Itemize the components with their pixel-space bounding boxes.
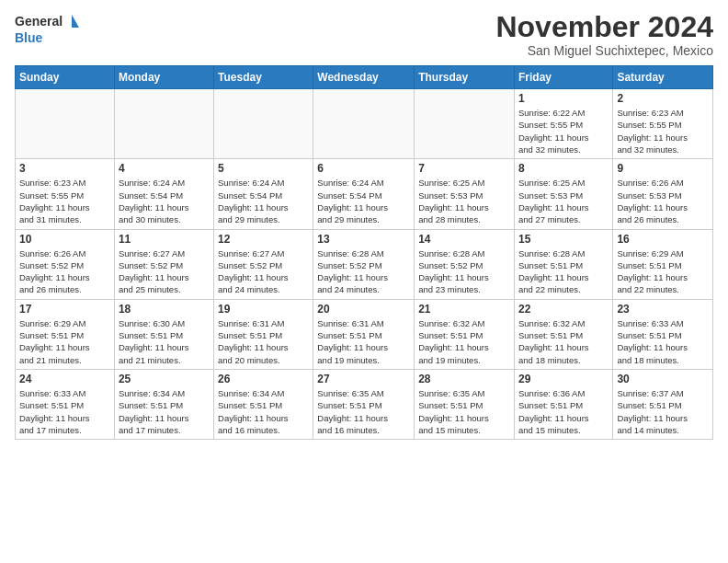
calendar-cell: 13Sunrise: 6:28 AM Sunset: 5:52 PM Dayli… xyxy=(313,229,415,299)
calendar-cell: 7Sunrise: 6:25 AM Sunset: 5:53 PM Daylig… xyxy=(415,159,515,229)
location: San Miguel Suchixtepec, Mexico xyxy=(495,43,713,58)
day-number: 21 xyxy=(418,303,510,316)
calendar-cell: 8Sunrise: 6:25 AM Sunset: 5:53 PM Daylig… xyxy=(514,159,612,229)
calendar-cell: 3Sunrise: 6:23 AM Sunset: 5:55 PM Daylig… xyxy=(16,159,115,229)
calendar-cell: 4Sunrise: 6:24 AM Sunset: 5:54 PM Daylig… xyxy=(114,159,213,229)
day-number: 28 xyxy=(418,373,510,385)
day-info: Sunrise: 6:23 AM Sunset: 5:55 PM Dayligh… xyxy=(617,107,709,155)
calendar-cell: 19Sunrise: 6:31 AM Sunset: 5:51 PM Dayli… xyxy=(214,299,313,369)
week-row-3: 17Sunrise: 6:29 AM Sunset: 5:51 PM Dayli… xyxy=(16,299,713,369)
calendar-cell: 26Sunrise: 6:34 AM Sunset: 5:51 PM Dayli… xyxy=(214,369,313,439)
calendar-cell: 23Sunrise: 6:33 AM Sunset: 5:51 PM Dayli… xyxy=(613,299,713,369)
day-info: Sunrise: 6:29 AM Sunset: 5:51 PM Dayligh… xyxy=(617,247,709,296)
calendar-cell: 18Sunrise: 6:30 AM Sunset: 5:51 PM Dayli… xyxy=(114,299,213,369)
day-info: Sunrise: 6:22 AM Sunset: 5:55 PM Dayligh… xyxy=(518,107,609,155)
calendar-cell: 20Sunrise: 6:31 AM Sunset: 5:51 PM Dayli… xyxy=(313,299,415,369)
calendar-cell: 15Sunrise: 6:28 AM Sunset: 5:51 PM Dayli… xyxy=(514,229,612,299)
day-number: 2 xyxy=(617,92,709,105)
calendar-cell xyxy=(214,89,313,159)
svg-marker-2 xyxy=(72,15,79,28)
day-number: 5 xyxy=(218,162,309,175)
day-info: Sunrise: 6:23 AM Sunset: 5:55 PM Dayligh… xyxy=(19,177,110,225)
day-number: 13 xyxy=(317,233,410,246)
day-number: 20 xyxy=(317,303,410,316)
svg-text:General: General xyxy=(15,14,63,29)
day-number: 14 xyxy=(418,233,510,246)
day-info: Sunrise: 6:32 AM Sunset: 5:51 PM Dayligh… xyxy=(518,317,609,366)
weekday-header-friday: Friday xyxy=(514,66,612,89)
day-info: Sunrise: 6:25 AM Sunset: 5:53 PM Dayligh… xyxy=(418,177,510,225)
day-number: 17 xyxy=(19,303,110,316)
day-info: Sunrise: 6:28 AM Sunset: 5:51 PM Dayligh… xyxy=(518,247,609,296)
day-info: Sunrise: 6:28 AM Sunset: 5:52 PM Dayligh… xyxy=(418,247,510,296)
day-info: Sunrise: 6:36 AM Sunset: 5:51 PM Dayligh… xyxy=(518,387,609,436)
day-info: Sunrise: 6:31 AM Sunset: 5:51 PM Dayligh… xyxy=(218,317,309,366)
calendar: SundayMondayTuesdayWednesdayThursdayFrid… xyxy=(15,65,713,440)
day-number: 15 xyxy=(518,233,609,246)
weekday-header-sunday: Sunday xyxy=(16,66,115,89)
day-info: Sunrise: 6:24 AM Sunset: 5:54 PM Dayligh… xyxy=(119,177,210,225)
calendar-cell: 30Sunrise: 6:37 AM Sunset: 5:51 PM Dayli… xyxy=(613,369,713,439)
day-number: 19 xyxy=(218,303,309,316)
week-row-0: 1Sunrise: 6:22 AM Sunset: 5:55 PM Daylig… xyxy=(16,89,713,159)
day-number: 1 xyxy=(518,92,609,105)
calendar-cell: 21Sunrise: 6:32 AM Sunset: 5:51 PM Dayli… xyxy=(415,299,515,369)
day-info: Sunrise: 6:26 AM Sunset: 5:53 PM Dayligh… xyxy=(617,177,709,225)
day-info: Sunrise: 6:32 AM Sunset: 5:51 PM Dayligh… xyxy=(418,317,510,366)
calendar-cell: 10Sunrise: 6:26 AM Sunset: 5:52 PM Dayli… xyxy=(16,229,115,299)
day-number: 8 xyxy=(518,162,609,175)
day-info: Sunrise: 6:24 AM Sunset: 5:54 PM Dayligh… xyxy=(317,177,410,225)
day-info: Sunrise: 6:30 AM Sunset: 5:51 PM Dayligh… xyxy=(119,317,210,366)
day-info: Sunrise: 6:37 AM Sunset: 5:51 PM Dayligh… xyxy=(617,387,709,436)
day-number: 10 xyxy=(19,233,110,246)
day-info: Sunrise: 6:35 AM Sunset: 5:51 PM Dayligh… xyxy=(317,387,410,436)
calendar-cell: 29Sunrise: 6:36 AM Sunset: 5:51 PM Dayli… xyxy=(514,369,612,439)
calendar-cell: 9Sunrise: 6:26 AM Sunset: 5:53 PM Daylig… xyxy=(613,159,713,229)
calendar-cell: 27Sunrise: 6:35 AM Sunset: 5:51 PM Dayli… xyxy=(313,369,415,439)
weekday-header-thursday: Thursday xyxy=(415,66,515,89)
day-info: Sunrise: 6:34 AM Sunset: 5:51 PM Dayligh… xyxy=(218,387,309,436)
week-row-4: 24Sunrise: 6:33 AM Sunset: 5:51 PM Dayli… xyxy=(16,369,713,439)
day-number: 12 xyxy=(218,233,309,246)
weekday-header-monday: Monday xyxy=(114,66,213,89)
calendar-cell: 11Sunrise: 6:27 AM Sunset: 5:52 PM Dayli… xyxy=(114,229,213,299)
day-info: Sunrise: 6:27 AM Sunset: 5:52 PM Dayligh… xyxy=(218,247,309,296)
day-number: 9 xyxy=(617,162,709,175)
day-number: 30 xyxy=(617,373,709,385)
calendar-cell: 6Sunrise: 6:24 AM Sunset: 5:54 PM Daylig… xyxy=(313,159,415,229)
day-number: 27 xyxy=(317,373,410,385)
calendar-cell: 5Sunrise: 6:24 AM Sunset: 5:54 PM Daylig… xyxy=(214,159,313,229)
calendar-cell: 2Sunrise: 6:23 AM Sunset: 5:55 PM Daylig… xyxy=(613,89,713,159)
day-info: Sunrise: 6:33 AM Sunset: 5:51 PM Dayligh… xyxy=(19,387,110,436)
day-info: Sunrise: 6:25 AM Sunset: 5:53 PM Dayligh… xyxy=(518,177,609,225)
month-title: November 2024 xyxy=(495,11,713,43)
calendar-cell: 14Sunrise: 6:28 AM Sunset: 5:52 PM Dayli… xyxy=(415,229,515,299)
calendar-cell: 12Sunrise: 6:27 AM Sunset: 5:52 PM Dayli… xyxy=(214,229,313,299)
day-number: 16 xyxy=(617,233,709,246)
calendar-cell: 28Sunrise: 6:35 AM Sunset: 5:51 PM Dayli… xyxy=(415,369,515,439)
day-number: 24 xyxy=(19,373,110,385)
day-number: 18 xyxy=(119,303,210,316)
day-number: 23 xyxy=(617,303,709,316)
day-info: Sunrise: 6:24 AM Sunset: 5:54 PM Dayligh… xyxy=(218,177,309,225)
calendar-cell: 25Sunrise: 6:34 AM Sunset: 5:51 PM Dayli… xyxy=(114,369,213,439)
day-number: 3 xyxy=(19,162,110,175)
day-number: 29 xyxy=(518,373,609,385)
calendar-cell: 16Sunrise: 6:29 AM Sunset: 5:51 PM Dayli… xyxy=(613,229,713,299)
day-number: 6 xyxy=(317,162,410,175)
calendar-cell: 22Sunrise: 6:32 AM Sunset: 5:51 PM Dayli… xyxy=(514,299,612,369)
calendar-cell xyxy=(114,89,213,159)
calendar-cell xyxy=(16,89,115,159)
day-info: Sunrise: 6:28 AM Sunset: 5:52 PM Dayligh… xyxy=(317,247,410,296)
svg-text:Blue: Blue xyxy=(15,30,43,45)
day-info: Sunrise: 6:35 AM Sunset: 5:51 PM Dayligh… xyxy=(418,387,510,436)
week-row-2: 10Sunrise: 6:26 AM Sunset: 5:52 PM Dayli… xyxy=(16,229,713,299)
logo-icon: General Blue xyxy=(15,11,79,50)
calendar-cell: 1Sunrise: 6:22 AM Sunset: 5:55 PM Daylig… xyxy=(514,89,612,159)
calendar-cell xyxy=(415,89,515,159)
day-info: Sunrise: 6:27 AM Sunset: 5:52 PM Dayligh… xyxy=(119,247,210,296)
day-number: 22 xyxy=(518,303,609,316)
weekday-header-tuesday: Tuesday xyxy=(214,66,313,89)
week-row-1: 3Sunrise: 6:23 AM Sunset: 5:55 PM Daylig… xyxy=(16,159,713,229)
day-info: Sunrise: 6:33 AM Sunset: 5:51 PM Dayligh… xyxy=(617,317,709,366)
